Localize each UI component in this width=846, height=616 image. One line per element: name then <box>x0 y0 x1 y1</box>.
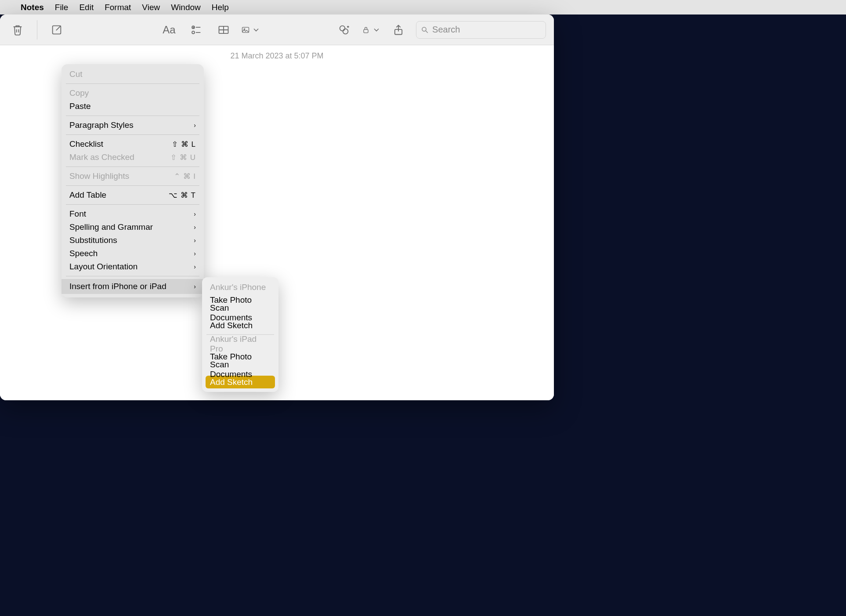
share-icon <box>392 24 405 36</box>
insert-submenu: Ankur's iPhone Take Photo Scan Documents… <box>202 277 278 392</box>
chevron-right-icon: › <box>194 122 196 129</box>
toolbar: Aa <box>0 14 554 45</box>
sub-device-header: Ankur's iPad Pro <box>206 337 275 350</box>
chevron-down-icon <box>372 24 381 36</box>
ctx-spelling[interactable]: Spelling and Grammar› <box>61 221 204 234</box>
table-icon <box>217 24 230 36</box>
lock-icon <box>362 24 370 36</box>
svg-point-11 <box>343 29 348 34</box>
checklist-icon <box>190 24 202 36</box>
delete-button[interactable] <box>8 20 27 40</box>
svg-point-14 <box>422 27 426 31</box>
ctx-paste[interactable]: Paste <box>61 100 204 113</box>
svg-point-10 <box>340 25 345 31</box>
search-input[interactable] <box>432 25 541 35</box>
ctx-checklist[interactable]: Checklist⇧ ⌘ L <box>61 138 204 151</box>
ctx-layout[interactable]: Layout Orientation› <box>61 260 204 273</box>
ctx-separator <box>66 204 199 205</box>
table-button[interactable] <box>214 20 233 40</box>
format-menu[interactable]: Format <box>105 3 131 12</box>
menu-bar: Notes File Edit Format View Window Help <box>0 0 846 14</box>
chevron-right-icon: › <box>194 224 196 231</box>
toolbar-separator <box>37 20 37 40</box>
app-menu[interactable]: Notes <box>21 3 44 12</box>
ctx-separator <box>66 185 199 186</box>
compose-icon <box>51 24 63 36</box>
share-button[interactable] <box>389 20 408 40</box>
shortcut-label: ⌥ ⌘ T <box>169 191 196 200</box>
sub-scan-documents-iphone[interactable]: Scan Documents <box>206 306 275 319</box>
svg-rect-12 <box>364 29 368 33</box>
chevron-right-icon: › <box>194 283 196 290</box>
ctx-speech[interactable]: Speech› <box>61 247 204 260</box>
ctx-show-highlights: Show Highlights⌃ ⌘ I <box>61 170 204 183</box>
text-format-icon: Aa <box>163 24 175 36</box>
help-menu[interactable]: Help <box>212 3 229 12</box>
ctx-separator <box>66 83 199 84</box>
chevron-down-icon <box>252 24 260 36</box>
format-button[interactable]: Aa <box>159 20 179 40</box>
ctx-paragraph-styles[interactable]: Paragraph Styles› <box>61 119 204 132</box>
view-menu[interactable]: View <box>142 3 160 12</box>
new-note-button[interactable] <box>47 20 66 40</box>
sub-scan-documents-ipad[interactable]: Scan Documents <box>206 363 275 376</box>
media-button[interactable] <box>241 20 260 40</box>
search-box[interactable] <box>416 21 546 39</box>
shortcut-label: ⇧ ⌘ U <box>170 153 196 162</box>
ctx-copy: Copy <box>61 87 204 100</box>
link-button[interactable] <box>334 20 354 40</box>
edit-menu[interactable]: Edit <box>79 3 94 12</box>
ctx-font[interactable]: Font› <box>61 207 204 221</box>
chevron-right-icon: › <box>194 237 196 244</box>
photo-icon <box>241 24 250 36</box>
lock-button[interactable] <box>362 20 381 40</box>
checklist-button[interactable] <box>187 20 206 40</box>
ctx-separator <box>66 276 199 276</box>
chevron-right-icon: › <box>194 210 196 217</box>
context-menu: Cut Copy Paste Paragraph Styles› Checkli… <box>61 64 204 297</box>
file-menu[interactable]: File <box>55 3 69 12</box>
svg-line-15 <box>426 31 428 33</box>
ctx-separator <box>66 134 199 135</box>
ctx-separator <box>66 116 199 116</box>
search-icon <box>421 25 429 34</box>
ctx-cut: Cut <box>61 68 204 81</box>
ctx-add-table[interactable]: Add Table⌥ ⌘ T <box>61 188 204 202</box>
shortcut-label: ⇧ ⌘ L <box>172 140 196 149</box>
ctx-insert-from-device[interactable]: Insert from iPhone or iPad› <box>61 279 204 294</box>
shortcut-label: ⌃ ⌘ I <box>174 172 196 181</box>
window-menu[interactable]: Window <box>171 3 201 12</box>
ctx-substitutions[interactable]: Substitutions› <box>61 234 204 247</box>
ctx-separator <box>66 167 199 167</box>
note-date: 21 March 2023 at 5:07 PM <box>0 45 554 61</box>
chevron-right-icon: › <box>194 250 196 257</box>
svg-point-3 <box>192 31 195 33</box>
ctx-mark-checked: Mark as Checked⇧ ⌘ U <box>61 151 204 164</box>
chevron-right-icon: › <box>194 263 196 270</box>
trash-icon <box>11 24 24 36</box>
link-plus-icon <box>338 24 350 36</box>
sub-device-header: Ankur's iPhone <box>206 281 275 294</box>
